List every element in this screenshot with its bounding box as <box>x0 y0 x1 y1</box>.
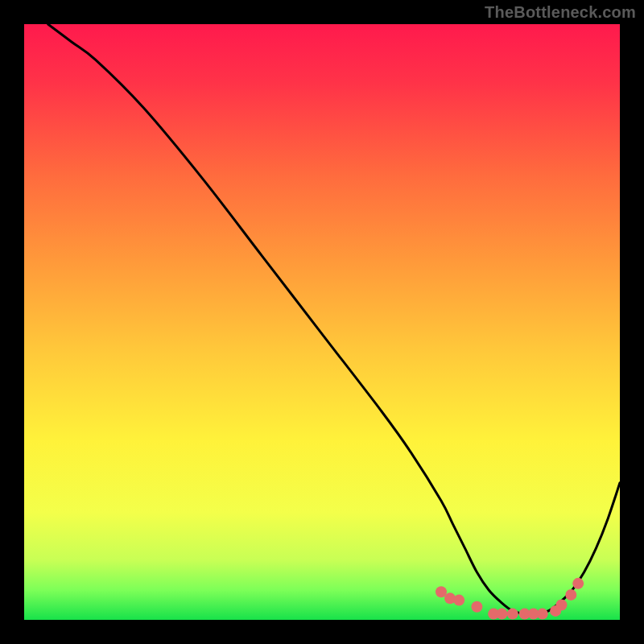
marker-dot <box>572 578 584 589</box>
marker-dot <box>453 595 464 606</box>
marker-dot <box>471 601 482 613</box>
marker-dot <box>537 609 548 620</box>
plot-area <box>24 24 620 620</box>
outer-frame: TheBottleneck.com <box>0 0 644 644</box>
marker-dot <box>565 589 576 601</box>
marker-dot <box>555 600 567 611</box>
bottleneck-chart <box>24 24 620 620</box>
marker-dot <box>507 609 518 620</box>
marker-dot <box>496 609 507 620</box>
gradient-background <box>24 24 620 620</box>
watermark-text: TheBottleneck.com <box>485 3 636 22</box>
